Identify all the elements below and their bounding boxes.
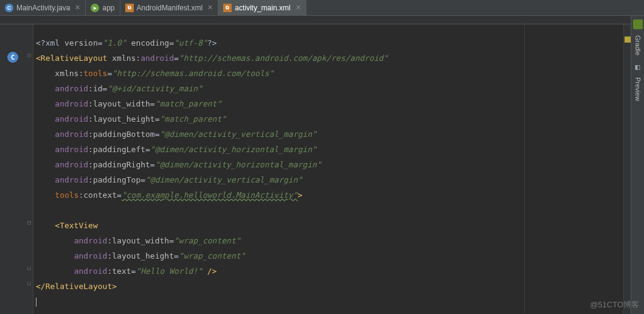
fold-toggle-icon[interactable]: ⊟ <box>27 52 31 58</box>
gradle-icon[interactable] <box>633 19 643 29</box>
pi-close: ?> <box>207 38 217 47</box>
attr-ctx: :context <box>78 190 117 200</box>
pi-encoding-key: encoding <box>131 38 170 47</box>
v-lw: "match_parent" <box>155 99 222 108</box>
tab-label: app <box>102 4 114 12</box>
v-ctx: "com.example.helloworld.MainActivity" <box>122 190 298 200</box>
tab-activity-main[interactable]: ⧉ activity_main.xml ✕ <box>218 0 306 15</box>
preview-tool-button[interactable]: Preview <box>634 77 642 101</box>
editor-body: C ⊟ ⊟ ⊔ ⊔ <?xml version="1.0" encoding="… <box>0 24 631 314</box>
v-pl: "@dimen/activity_horizontal_margin" <box>150 145 317 154</box>
root-tag: RelativeLayout <box>41 54 108 63</box>
close-icon[interactable]: ✕ <box>296 4 301 12</box>
pi-version-val: "1.0" <box>103 38 126 47</box>
attr-ns: android <box>55 114 88 124</box>
eq: = <box>174 54 179 63</box>
v-ns-tools: "http://schemas.android.com/tools" <box>112 69 274 78</box>
eq: = <box>169 236 174 245</box>
tab-label: AndroidManifest.xml <box>137 4 203 12</box>
v-ns-android: "http://schemas.android.com/apk/res/andr… <box>179 54 388 63</box>
eq: = <box>174 251 179 260</box>
preview-icon[interactable]: ◧ <box>633 61 643 71</box>
attr-lw: :layout_width <box>88 99 150 108</box>
tv-tag: TextView <box>60 221 98 230</box>
bracket: > <box>112 282 117 291</box>
root-close-tag: RelativeLayout <box>46 282 113 291</box>
attr-ns: android <box>74 267 108 276</box>
attr-pr: :paddingRight <box>88 160 150 169</box>
xmlns: xmlns: <box>55 69 83 78</box>
eq: = <box>145 145 150 154</box>
attr-text: :text <box>107 267 131 276</box>
attr-ns-tools: tools <box>55 190 78 200</box>
pi-open: <? <box>36 38 46 47</box>
warning-marker-icon[interactable] <box>625 37 631 43</box>
attr-lw: :layout_width <box>107 236 169 245</box>
close-icon[interactable]: ✕ <box>75 4 80 12</box>
gutter: C ⊟ ⊟ ⊔ ⊔ <box>0 24 33 314</box>
xml-icon: ⧉ <box>223 4 232 12</box>
eq: = <box>150 160 155 169</box>
eq: = <box>140 175 145 184</box>
eq: = <box>150 99 155 108</box>
eq: = <box>169 38 174 47</box>
attr-pb: :paddingBottom <box>88 130 155 139</box>
attr-lh: :layout_height <box>107 251 174 260</box>
v-id: "@+id/activity_main" <box>107 84 203 93</box>
v-pr: "@dimen/activity_horizontal_margin" <box>155 160 322 169</box>
pi-name: xml <box>46 38 60 47</box>
v-pt: "@dimen/activity_vertical_margin" <box>145 175 302 184</box>
error-stripe[interactable] <box>623 24 631 314</box>
attr-ns: android <box>55 145 88 154</box>
tab-app[interactable]: ▸ app <box>86 0 120 15</box>
eq: = <box>98 38 103 47</box>
caret <box>36 298 36 307</box>
watermark: @51CTO博客 <box>590 299 639 310</box>
attr-ns: android <box>74 251 108 260</box>
pi-encoding-val: "utf-8" <box>174 38 207 47</box>
eq: = <box>117 190 122 200</box>
fold-end-icon[interactable]: ⊔ <box>27 280 31 287</box>
self-close: /> <box>203 267 216 276</box>
related-class-icon[interactable]: C <box>7 52 18 63</box>
ns-tools: tools <box>83 69 107 78</box>
fold-end-icon[interactable]: ⊔ <box>27 265 31 271</box>
tab-label: activity_main.xml <box>235 4 290 12</box>
right-margin-guide <box>524 24 525 314</box>
tab-label: MainActivity.java <box>16 4 70 12</box>
xmlns: xmlns: <box>112 54 140 63</box>
editor-tabs: C MainActivity.java ✕ ▸ app ⧉ AndroidMan… <box>0 0 644 16</box>
breadcrumb-bar <box>0 16 631 24</box>
main-area: C ⊟ ⊟ ⊔ ⊔ <?xml version="1.0" encoding="… <box>0 16 644 314</box>
attr-ns: android <box>55 130 88 139</box>
code-editor[interactable]: <?xml version="1.0" encoding="utf-8"?> <… <box>33 24 623 314</box>
module-icon: ▸ <box>91 4 99 12</box>
attr-id: :id <box>88 84 102 93</box>
tab-manifest[interactable]: ⧉ AndroidManifest.xml ✕ <box>120 0 219 15</box>
attr-ns: android <box>55 84 88 93</box>
tab-mainactivity[interactable]: C MainActivity.java ✕ <box>0 0 86 15</box>
bracket: < <box>55 221 60 230</box>
bracket: < <box>36 54 41 63</box>
bracket: </ <box>36 282 46 291</box>
class-icon: C <box>5 4 13 12</box>
tv-lh-v: "wrap_content" <box>179 251 246 260</box>
eq: = <box>155 130 160 139</box>
v-pb: "@dimen/activity_vertical_margin" <box>160 130 317 139</box>
attr-ns: android <box>55 175 88 184</box>
fold-toggle-icon[interactable]: ⊟ <box>27 219 31 226</box>
attr-ns: android <box>74 236 108 245</box>
attr-ns: android <box>55 99 88 108</box>
tv-lw-v: "wrap_content" <box>174 236 241 245</box>
editor-area: C ⊟ ⊟ ⊔ ⊔ <?xml version="1.0" encoding="… <box>0 16 631 314</box>
attr-pl: :paddingLeft <box>88 145 145 154</box>
xml-icon: ⧉ <box>125 4 134 12</box>
attr-lh: :layout_height <box>88 114 155 124</box>
gradle-tool-button[interactable]: Gradle <box>634 35 642 55</box>
pi-version-key: version <box>64 38 98 47</box>
close-icon[interactable]: ✕ <box>207 4 213 12</box>
ns-android: android <box>140 54 174 63</box>
attr-ns: android <box>55 160 88 169</box>
v-lh: "match_parent" <box>160 114 227 124</box>
eq: = <box>155 114 160 124</box>
